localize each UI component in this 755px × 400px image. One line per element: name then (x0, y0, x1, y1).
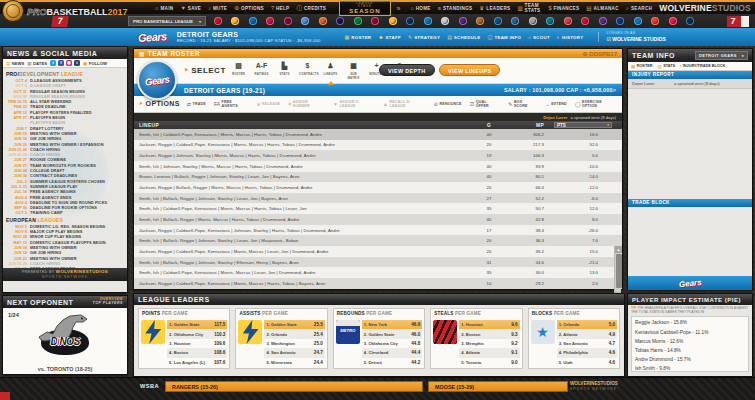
team-logo-icon[interactable] (529, 17, 537, 25)
lineup-row[interactable]: Smith, Ish | Caldwell-Pope, Kentavious |… (134, 267, 622, 278)
roster-option[interactable]: ☑QUAL OFFER (470, 100, 501, 108)
team-nav-item[interactable]: ⌕SCOUT (528, 34, 550, 41)
pie-player[interactable]: Tobias Harris - 14.8% (635, 346, 745, 355)
view-select-item[interactable]: ▙STATS (276, 61, 293, 80)
roster-option[interactable]: #ASSIGN NUMBER (288, 100, 325, 108)
menu-item[interactable]: ?HELP (271, 5, 290, 12)
team-logo-icon[interactable] (599, 17, 607, 25)
team-info-tab-roster[interactable]: ▦ROSTER (631, 64, 652, 69)
lineup-row[interactable]: Jackson, Reggie | Caldwell-Pope, Kentavi… (134, 278, 622, 289)
team-logo-icon[interactable] (371, 17, 379, 25)
team-logo-icon[interactable] (476, 17, 484, 25)
tab-dates[interactable]: ▦DATES (27, 61, 47, 66)
team-logo-icon[interactable] (564, 17, 572, 25)
team-logo-icon[interactable] (389, 17, 397, 25)
team-logo-icon[interactable] (616, 17, 624, 25)
menu-item[interactable]: ▤ALMANAC (586, 3, 619, 13)
leader-row[interactable]: 3. San Antonio4.7 (557, 339, 617, 348)
menu-item[interactable]: $FINANCES (548, 3, 579, 13)
leader-row[interactable]: 2. Oklahoma City110.3 (167, 329, 227, 338)
calendar-event[interactable]: JUN 27ROOKIE COMBINE (6, 157, 124, 162)
leader-row[interactable]: 5. Detroit44.2 (362, 358, 422, 367)
leader-row[interactable]: 3. Houston109.6 (167, 339, 227, 348)
team-logo-icon[interactable] (406, 17, 414, 25)
team-logo-icon[interactable] (581, 17, 589, 25)
team-nav-item[interactable]: ▦ROSTER (345, 34, 372, 41)
menu-item[interactable]: ▥TEAM STATS (517, 3, 541, 13)
roster-option[interactable]: ◯EXERCISE OPTION (575, 100, 617, 108)
lineup-row[interactable]: Smith, Ish | Bullock, Reggie | Morris, M… (134, 214, 622, 225)
roster-option[interactable]: ▲RECALL D-LEAGUE (383, 100, 426, 108)
instagram-icon[interactable]: ◉ (66, 60, 72, 66)
roster-option[interactable]: ✎BOX SCORE (508, 100, 536, 108)
leader-row[interactable]: 2. Atlanta4.9 (557, 329, 617, 338)
calendar-event[interactable]: JUN 30CONTRACT DEADLINES (6, 173, 124, 178)
scroll-up-arrow[interactable]: ▲ (615, 246, 622, 253)
pie-player[interactable]: Kentavious Caldwell-Pope - 11.1% (635, 328, 745, 337)
leader-row[interactable]: 1. Houston9.6 (459, 320, 519, 329)
menu-item[interactable]: ▼SAVE (180, 5, 201, 12)
calendar-event[interactable]: JUN 28COLLEGE DRAFT (6, 168, 124, 173)
calendar-event[interactable]: JUL 5-15SUMMER LEAGUE PLAY (6, 184, 124, 189)
menu-item[interactable]: ♪MUTE (208, 5, 227, 12)
view-select-item[interactable]: ▤ROSTER (230, 61, 247, 80)
leader-row[interactable]: 3. Memphis9.2 (459, 339, 519, 348)
pie-player[interactable]: Ish Smith - 9.8% (635, 364, 745, 373)
menu-item[interactable]: ♛LEADERS (479, 3, 510, 13)
team-nav-item[interactable]: ☻STAFF (378, 34, 401, 41)
menu-item[interactable]: ⌂MAIN (155, 5, 173, 12)
leader-row[interactable]: 2. Golden State46.0 (362, 329, 422, 338)
roster-option[interactable]: →EXTEND (545, 100, 567, 108)
team-logo-icon[interactable] (354, 17, 362, 25)
team-logo-icon[interactable] (459, 17, 467, 25)
pie-player[interactable]: Marcus Morris - 12.6% (635, 337, 745, 346)
view-select-item[interactable]: $CONTRACTS (299, 61, 316, 80)
scrollbar-thumb[interactable] (616, 254, 622, 288)
lineup-row[interactable]: Smith, Ish | Bullock, Reggie | Johnson, … (134, 193, 622, 204)
team-logo-icon[interactable] (319, 17, 327, 25)
team-logo-icon[interactable] (494, 17, 502, 25)
affiliate-moose-button[interactable]: MOOSE (15-29) (428, 381, 568, 392)
menu-item[interactable]: ⓘCREDITS (296, 5, 326, 12)
lineup-row[interactable]: Jackson, Reggie | Caldwell-Pope, Kentavi… (134, 225, 622, 236)
lineup-row[interactable]: Smith, Ish | Bullock, Reggie | Johnson, … (134, 257, 622, 268)
roster-option[interactable]: FAFREE AGENTS (214, 100, 248, 108)
view-select-item[interactable]: ▦SUB MATRIX (345, 61, 362, 80)
injury-row[interactable]: Dejon Lovera sprained wrist (8 days) (628, 79, 752, 89)
lineup-row[interactable]: Jackson, Reggie | Johnson, Stanley | Mor… (134, 150, 622, 161)
leader-row[interactable]: 4. Philadelphia4.6 (557, 348, 617, 357)
leader-row[interactable]: 3. Washington25.0 (264, 339, 324, 348)
leader-row[interactable]: 1. Golden State117.5 (167, 320, 227, 329)
team-logo-icon[interactable] (266, 17, 274, 25)
team-logo-icon[interactable] (301, 17, 309, 25)
view-depth-button[interactable]: VIEW DEPTH (379, 64, 435, 76)
team-logo-icon[interactable] (634, 17, 642, 25)
lineup-row[interactable]: Smith, Ish | Caldwell-Pope, Kentavious |… (134, 129, 622, 140)
calendar-event[interactable]: OCT 3TRAINING CAMP (6, 210, 124, 215)
roster-option[interactable]: ⊘RENOUNCE (434, 100, 462, 108)
team-info-tab-injury-trade-block[interactable]: !INJURY/TRADE BLOCK (680, 64, 725, 69)
menu-item[interactable]: ≡STANDINGS (438, 3, 473, 13)
team-logo-icon[interactable] (441, 17, 449, 25)
team-logo-icon[interactable] (686, 17, 694, 25)
leader-row[interactable]: 5. Los Angeles (L)107.6 (167, 358, 227, 367)
tab-news[interactable]: ▤NEWS (6, 61, 24, 66)
menu-item[interactable]: ⚙OPTIONS (234, 5, 264, 12)
lineup-row[interactable]: Smith, Ish | Caldwell-Pope, Kentavious |… (134, 203, 622, 214)
view-select-item[interactable]: A-FRATINGS (253, 61, 270, 80)
team-info-team-dropdown[interactable]: DETROIT GEARS▾ (695, 51, 748, 60)
team-logo-icon[interactable] (546, 17, 554, 25)
league-stage-widget[interactable]: LEAGUE STAGE SEASON (339, 0, 390, 16)
lineup-row[interactable]: Jackson, Reggie | Caldwell-Pope, Kentavi… (134, 140, 622, 151)
lineup-row[interactable]: Jackson, Reggie | Bullock, Reggie | Morr… (134, 182, 622, 193)
leader-row[interactable]: 4. Atlanta9.1 (459, 348, 519, 357)
roster-option[interactable]: ⇄TRADE (187, 100, 206, 108)
view-lineups-button[interactable]: VIEW LINEUPS (439, 64, 500, 76)
facebook-icon[interactable]: f (58, 60, 64, 66)
team-logo-icon[interactable] (249, 17, 257, 25)
leader-row[interactable]: 2. Boston9.3 (459, 329, 519, 338)
team-logo-icon[interactable] (284, 17, 292, 25)
menu-item[interactable]: ⌕SEARCH (626, 3, 652, 13)
lineup-row[interactable]: Jackson, Reggie | Caldwell-Pope, Kentavi… (134, 246, 622, 257)
calendar-event[interactable]: JUN 27TEAM WORKOUTS FOR ROOKIES (6, 163, 124, 168)
